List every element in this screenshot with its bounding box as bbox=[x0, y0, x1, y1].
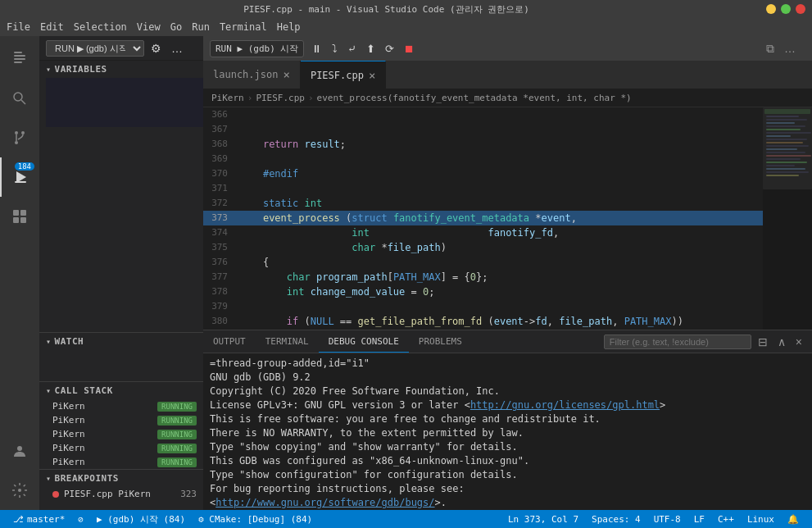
line-number: 370 bbox=[203, 166, 236, 181]
sb-platform-label: Linux bbox=[747, 514, 774, 525]
panel-tab-debug-console[interactable]: DEBUG CONSOLE bbox=[319, 330, 409, 353]
breadcrumb-sep-1: › bbox=[308, 93, 314, 103]
menu-view[interactable]: View bbox=[137, 21, 161, 33]
panel-tab-problems[interactable]: PROBLEMS bbox=[409, 330, 472, 353]
debug-config-select[interactable]: RUN ▶ (gdb) 시작 bbox=[46, 40, 144, 57]
breakpoint-line: 323 bbox=[180, 489, 197, 499]
sb-cmake-label: ⚙ CMake: [Debug] (84) bbox=[198, 514, 312, 525]
menu-help[interactable]: Help bbox=[277, 21, 301, 33]
sb-language[interactable]: C++ bbox=[711, 510, 741, 528]
tab-launch-json-close[interactable]: × bbox=[283, 69, 289, 80]
sb-spaces[interactable]: Spaces: 4 bbox=[585, 510, 647, 528]
line-number: 375 bbox=[203, 240, 236, 255]
breakpoints-header[interactable]: ▾ BREAKPOINTS bbox=[39, 470, 203, 487]
breakpoint-item[interactable]: PIESF.cpp PiKern 323 bbox=[39, 487, 203, 501]
activity-accounts[interactable] bbox=[0, 431, 39, 471]
line-number: 376 bbox=[203, 255, 236, 270]
activity-source-control[interactable] bbox=[0, 118, 39, 157]
sb-cmake[interactable]: ⚙ CMake: [Debug] (84) bbox=[192, 510, 319, 528]
svg-point-8 bbox=[15, 141, 18, 144]
svg-rect-2 bbox=[14, 58, 25, 60]
tab-piesf-cpp-close[interactable]: × bbox=[369, 70, 375, 81]
callstack-header[interactable]: ▾ CALL STACK bbox=[39, 382, 203, 399]
sb-encoding[interactable]: UTF-8 bbox=[647, 510, 687, 528]
sb-position[interactable]: Ln 373, Col 7 bbox=[501, 510, 585, 528]
debug-step-over-btn[interactable]: ⤵ bbox=[328, 41, 342, 57]
breadcrumb-part-0[interactable]: PiKern bbox=[211, 93, 244, 103]
line-content: static int bbox=[236, 196, 763, 211]
activity-search[interactable] bbox=[0, 79, 39, 118]
sb-notifications[interactable]: 🔔 bbox=[781, 510, 805, 528]
panel-layout-btn[interactable]: ⊟ bbox=[755, 334, 771, 350]
panel-content[interactable]: =thread-group-added,id="i1" GNU gdb (GDB… bbox=[203, 353, 812, 510]
split-editor-btn[interactable]: ⧉ bbox=[763, 40, 778, 57]
menu-edit[interactable]: Edit bbox=[40, 21, 64, 33]
variables-minimap bbox=[46, 78, 203, 127]
license-link[interactable]: http://gnu.org/licenses/gpl.html bbox=[470, 399, 660, 411]
menu-go[interactable]: Go bbox=[170, 21, 182, 33]
maximize-btn[interactable] bbox=[781, 4, 791, 14]
debug-restart-btn[interactable]: ⟳ bbox=[381, 41, 398, 57]
debug-config-display[interactable]: RUN ▶ (gdb) 시작 bbox=[210, 40, 304, 57]
breadcrumb-part-1[interactable]: PIESF.cpp bbox=[256, 93, 305, 103]
menu-selection[interactable]: Selection bbox=[74, 21, 127, 33]
close-btn[interactable] bbox=[796, 4, 805, 14]
line-number: 381 bbox=[203, 329, 236, 330]
code-line: 380 if (NULL == get_file_path_from_fd (e… bbox=[203, 314, 763, 329]
sb-errors[interactable]: ⊘ bbox=[71, 510, 90, 528]
tab-piesf-cpp[interactable]: PIESF.cpp × bbox=[301, 61, 386, 89]
debug-pause-btn[interactable]: ⏸ bbox=[307, 41, 326, 57]
callstack-item-name: PiKern bbox=[52, 429, 85, 439]
line-content bbox=[236, 107, 763, 122]
breakpoint-label: PIESF.cpp PiKern bbox=[64, 489, 151, 499]
callstack-item[interactable]: PiKern RUNNING bbox=[39, 427, 203, 441]
minimize-btn[interactable] bbox=[766, 4, 776, 14]
tab-launch-json[interactable]: launch.json × bbox=[203, 61, 301, 89]
activity-extensions[interactable] bbox=[0, 197, 39, 236]
svg-point-6 bbox=[15, 131, 18, 134]
debug-step-into-btn[interactable]: ⤶ bbox=[343, 41, 361, 57]
menu-file[interactable]: File bbox=[7, 21, 30, 33]
console-line: =thread-group-added,id="i1" bbox=[210, 357, 805, 371]
watch-header[interactable]: ▾ WATCH bbox=[39, 333, 203, 350]
panel-tabs: OUTPUT TERMINAL DEBUG CONSOLE PROBLEMS ⊟… bbox=[203, 330, 812, 353]
svg-marker-9 bbox=[16, 171, 26, 183]
debug-settings-btn[interactable]: ⚙ bbox=[147, 40, 165, 57]
variables-header[interactable]: ▾ VARIABLES bbox=[39, 61, 203, 78]
breadcrumb-part-2[interactable]: event_process(fanotify_event_metadata *e… bbox=[317, 93, 632, 103]
panel-tab-terminal[interactable]: TERMINAL bbox=[256, 330, 319, 353]
code-editor[interactable]: 366 367 368 return result; 369 bbox=[203, 107, 763, 330]
editor-tabs: launch.json × PIESF.cpp × bbox=[203, 61, 812, 89]
more-actions-btn[interactable]: … bbox=[781, 40, 799, 57]
watch-label: WATCH bbox=[55, 336, 84, 347]
callstack-item[interactable]: PiKern RUNNING bbox=[39, 399, 203, 413]
sb-platform[interactable]: Linux bbox=[741, 510, 781, 528]
console-line: GNU gdb (GDB) 9.2 bbox=[210, 371, 805, 385]
callstack-item[interactable]: PiKern RUNNING bbox=[39, 413, 203, 427]
line-content: char program_path[PATH_MAX] = {0}; bbox=[236, 270, 763, 284]
panel-close-btn[interactable]: × bbox=[792, 334, 805, 350]
menu-run[interactable]: Run bbox=[192, 21, 210, 33]
line-number: 378 bbox=[203, 284, 236, 299]
activity-settings[interactable] bbox=[0, 471, 39, 510]
breakpoints-section: ▾ BREAKPOINTS PIESF.cpp PiKern 323 bbox=[39, 469, 203, 510]
callstack-item[interactable]: PiKern RUNNING bbox=[39, 455, 203, 469]
debug-stop-btn[interactable]: ⏹ bbox=[400, 41, 419, 57]
activity-files[interactable] bbox=[0, 39, 39, 79]
sb-branch[interactable]: ⎇ master* bbox=[7, 510, 71, 528]
svg-rect-0 bbox=[14, 52, 22, 53]
panel-minimize-btn[interactable]: ∧ bbox=[774, 334, 789, 350]
menu-terminal[interactable]: Terminal bbox=[220, 21, 267, 33]
activity-run-debug[interactable]: 184 bbox=[0, 157, 39, 197]
callstack-item[interactable]: PiKern RUNNING bbox=[39, 441, 203, 455]
sb-debug-config[interactable]: ▶ (gdb) 시작 (84) bbox=[90, 510, 192, 528]
bugs-link[interactable]: http://www.gnu.org/software/gdb/bugs/ bbox=[215, 497, 434, 508]
sb-eol[interactable]: LF bbox=[687, 510, 711, 528]
panel-filter-input[interactable] bbox=[604, 335, 751, 349]
code-line: 378 int change_mod_value = 0; bbox=[203, 284, 763, 299]
callstack-item-name: PiKern bbox=[52, 415, 85, 426]
panel-tab-output[interactable]: OUTPUT bbox=[203, 330, 256, 353]
sb-encoding-label: UTF-8 bbox=[654, 514, 681, 525]
debug-step-out-btn[interactable]: ⬆ bbox=[362, 41, 379, 57]
debug-more-btn[interactable]: … bbox=[168, 40, 186, 57]
